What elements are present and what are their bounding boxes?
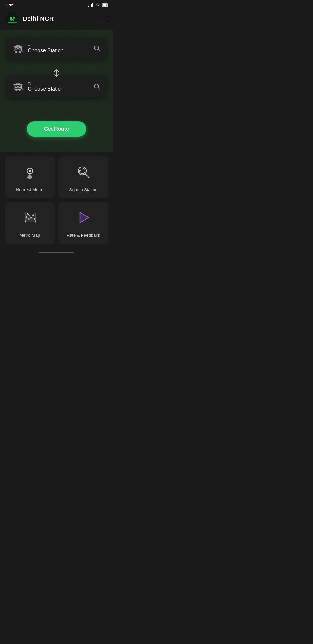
svg-point-21	[22, 50, 23, 51]
menu-line-3	[100, 21, 107, 21]
svg-rect-2	[91, 4, 92, 7]
svg-rect-28	[15, 86, 17, 87]
svg-point-32	[19, 90, 21, 91]
rate-feedback-label: Rate & Feedback	[67, 233, 100, 238]
svg-rect-5	[103, 4, 107, 6]
rate-feedback-icon	[76, 210, 91, 228]
map-area: From Choose Station	[0, 30, 113, 152]
to-station-icon	[12, 80, 24, 93]
nearest-metro-icon	[22, 164, 37, 182]
home-indicator	[39, 252, 74, 253]
wifi-icon	[95, 3, 100, 7]
svg-rect-12	[15, 47, 17, 49]
svg-point-16	[19, 51, 21, 53]
swap-stations-button[interactable]	[52, 69, 61, 79]
svg-line-25	[98, 49, 100, 51]
search-icon	[93, 83, 100, 90]
svg-rect-0	[88, 6, 89, 7]
status-bar: 11:05	[0, 0, 113, 9]
to-station-card[interactable]: To Choose Station	[7, 76, 106, 97]
svg-rect-3	[92, 3, 93, 7]
nearest-metro-label: Nearest Metro	[16, 187, 43, 192]
svg-rect-9	[8, 22, 17, 23]
svg-rect-13	[19, 47, 21, 49]
header: M Delhi NCR	[0, 9, 113, 30]
svg-point-31	[15, 90, 17, 91]
time: 11:05	[5, 3, 14, 7]
search-station-label: Search Station	[69, 187, 97, 192]
nearest-metro-card[interactable]: Nearest Metro	[5, 156, 55, 198]
to-search-button[interactable]	[92, 82, 101, 92]
svg-point-37	[22, 88, 23, 89]
search-station-icon	[76, 164, 91, 182]
from-value: Choose Station	[28, 48, 89, 54]
svg-rect-29	[19, 86, 21, 87]
battery-icon	[102, 3, 108, 7]
from-station-card[interactable]: From Choose Station	[7, 38, 106, 59]
svg-line-41	[98, 88, 100, 89]
svg-point-43	[29, 170, 31, 172]
to-label: To	[28, 82, 89, 85]
from-label: From	[28, 44, 89, 47]
from-station-icon	[12, 42, 24, 55]
svg-rect-1	[90, 5, 90, 7]
metro-map-icon	[22, 210, 37, 228]
menu-line-2	[100, 19, 107, 19]
from-station-text: From Choose Station	[28, 44, 89, 54]
swap-icon	[52, 69, 61, 77]
search-station-card[interactable]: Search Station	[58, 156, 108, 198]
svg-point-40	[94, 84, 99, 88]
metro-map-label: Metro Map	[19, 233, 40, 238]
app-logo: M	[5, 11, 20, 26]
app-title: Delhi NCR	[23, 15, 54, 23]
get-route-button[interactable]: Get Route	[27, 121, 86, 137]
bottom-indicator	[0, 249, 113, 257]
svg-point-15	[15, 51, 17, 53]
header-left: M Delhi NCR	[5, 11, 54, 26]
from-search-button[interactable]	[92, 44, 101, 54]
to-station-text: To Choose Station	[28, 82, 89, 92]
menu-button[interactable]	[99, 15, 108, 22]
bottom-grid: Nearest Metro Search Station	[0, 152, 113, 249]
metro-map-card[interactable]: Metro Map	[5, 202, 55, 244]
status-icons	[88, 3, 108, 7]
to-value: Choose Station	[28, 86, 89, 92]
svg-rect-6	[108, 4, 108, 6]
svg-point-24	[94, 46, 99, 50]
rate-feedback-card[interactable]: Rate & Feedback	[58, 202, 108, 244]
signal-icon	[88, 3, 93, 7]
svg-text:M: M	[10, 15, 15, 23]
svg-point-54	[28, 218, 30, 220]
svg-marker-56	[80, 212, 89, 223]
menu-line-1	[100, 17, 107, 17]
svg-rect-10	[9, 23, 16, 23]
svg-line-49	[85, 174, 89, 178]
search-icon	[93, 45, 100, 52]
